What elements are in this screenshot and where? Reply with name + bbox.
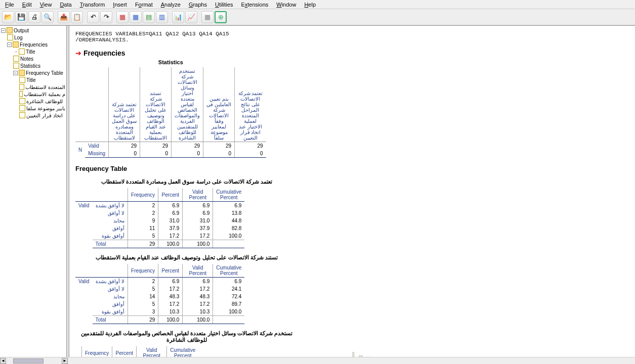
save-button[interactable]: 💾	[15, 11, 27, 23]
freq-table-1-title: تعتمد شركة الاتصالات على دراسة سوق العمل…	[75, 178, 298, 185]
menu-utilities[interactable]: Utilities	[211, 1, 237, 9]
menu-help[interactable]: Help	[300, 1, 320, 9]
chart2-button[interactable]: 📈	[185, 11, 197, 23]
collapse-icon[interactable]: −	[13, 71, 18, 75]
output-icon	[7, 27, 13, 33]
collapse-icon[interactable]: −	[1, 28, 6, 33]
row-n: N	[75, 142, 85, 158]
frequencies-title: Frequencies	[83, 49, 125, 57]
arrow-icon: →	[13, 49, 18, 54]
statistics-icon	[13, 63, 19, 69]
outline-item-5[interactable]: اتخاذ قرار التعيين	[1, 112, 65, 119]
menu-transform[interactable]: Transform	[76, 1, 109, 9]
folder-icon	[13, 41, 19, 48]
outline-frequency-table[interactable]: −Frequency Table	[1, 69, 65, 76]
col-header: تستند شركة الاتصالات على تحليل وتوصيف ال…	[140, 67, 172, 142]
menu-window[interactable]: Window	[272, 1, 300, 9]
variables-button[interactable]: ▤	[143, 11, 155, 23]
table-icon	[19, 105, 25, 111]
undo-button[interactable]: ↶	[87, 11, 99, 23]
menu-graphs[interactable]: Graphs	[185, 1, 211, 9]
redo-button[interactable]: ↷	[100, 11, 112, 23]
row-valid: Valid	[85, 142, 108, 150]
toolbar: 📂 💾 🖨 🔍 📤 📋 ↶ ↷ ▦ ▦ ▤ ▥ 📊 📈 ▦ ⊕	[0, 9, 635, 25]
section-frequencies: ➔Frequencies	[75, 49, 630, 57]
preview-button[interactable]: 🔍	[41, 11, 54, 23]
frequency-table-title: Frequency Table	[75, 165, 630, 172]
scroll-thumb[interactable]	[13, 358, 44, 363]
menu-edit[interactable]: Edit	[18, 1, 36, 9]
notes-icon	[13, 56, 19, 62]
outline-title[interactable]: →Title	[1, 48, 65, 55]
outline-item-3[interactable]: للوظائف الشاغرة	[1, 98, 65, 105]
outline-frequencies[interactable]: −Frequencies	[1, 41, 65, 48]
select-cases-button[interactable]: ▥	[156, 11, 168, 23]
table-icon	[19, 112, 25, 118]
outline-item-4[interactable]: بابير موضوعة سلفا	[1, 105, 65, 112]
statistics-table: Statistics تعتمد شركة الاتصالات على دراس…	[75, 57, 266, 158]
horizontal-scrollbar[interactable]: ◄ ►	[0, 357, 635, 364]
arrow-icon: ➔	[75, 49, 81, 57]
outline-item-2[interactable]: م بعملية الاستقطاب	[1, 90, 65, 98]
collapse-icon[interactable]: −	[7, 42, 12, 47]
print-button[interactable]: 🖨	[28, 11, 40, 23]
folder-icon	[19, 70, 25, 76]
output-viewer[interactable]: FREQUENCIES VARIABLES=QA11 QA12 QA13 QA1…	[69, 26, 635, 357]
recall-button[interactable]: 📋	[71, 11, 83, 23]
freq-table-2-title: تستند شركة الاتصالات على تحليل وتوصيف ال…	[75, 254, 298, 261]
col-header: يتم تعيين العاملين في شركة الاتصالات وفق…	[203, 67, 235, 142]
outline-log[interactable]: Log	[1, 34, 65, 41]
goto-data-button[interactable]: ▦	[116, 11, 129, 23]
syntax-block: FREQUENCIES VARIABLES=QA11 QA12 QA13 QA1…	[75, 31, 630, 43]
table-icon	[19, 98, 25, 104]
outline-output[interactable]: −Output	[1, 27, 65, 34]
menu-insert[interactable]: Insert	[109, 1, 131, 9]
chart-button[interactable]: 📊	[172, 11, 184, 23]
export-button[interactable]: 📤	[58, 11, 70, 23]
col-header: تستخدم شركة الاتصالات وسائل اختيار متعدد…	[172, 67, 203, 142]
title-icon	[19, 77, 25, 83]
menu-data[interactable]: Data	[56, 1, 75, 9]
outline-notes[interactable]: Notes	[1, 55, 65, 62]
menu-extensions[interactable]: Extensions	[237, 1, 272, 9]
freq-table-1: تعتمد شركة الاتصالات على دراسة سوق العمل…	[75, 178, 630, 248]
scroll-left-icon[interactable]: ◄	[0, 358, 6, 364]
outline-statistics[interactable]: Statistics	[1, 62, 65, 69]
statistics-caption: Statistics	[75, 57, 266, 67]
freq-table-2: تستند شركة الاتصالات على تحليل وتوصيف ال…	[75, 254, 630, 324]
col-header: تعتمد شركة الاتصالات على دراسة سوق العمل…	[109, 67, 140, 142]
table-icon	[19, 91, 23, 97]
menu-analyze[interactable]: Analyze	[157, 1, 185, 9]
menu-format[interactable]: Format	[131, 1, 157, 9]
row-missing: Missing	[85, 150, 108, 158]
open-button[interactable]: 📂	[2, 11, 14, 23]
col-header: تعتمد شركة الاتصالات على نتائج المراحل ا…	[235, 67, 266, 142]
outline-panel: −Output Log −Frequencies →Title Notes St…	[0, 26, 67, 357]
designate-window-button[interactable]: ⊕	[215, 11, 227, 23]
menu-view[interactable]: View	[36, 1, 56, 9]
log-icon	[7, 34, 13, 40]
scroll-right-icon[interactable]: ►	[62, 358, 68, 364]
freq-table-3-title: تستخدم شركة الاتصالات وسائل اختيار متعدد…	[75, 330, 298, 343]
weight-button[interactable]: ▦	[201, 11, 214, 23]
goto-case-button[interactable]: ▦	[130, 11, 142, 23]
freq-table-3: تستخدم شركة الاتصالات وسائل اختيار متعدد…	[75, 330, 630, 357]
outline-item-1[interactable]: المتعددة لاستقطاب	[1, 83, 65, 90]
menu-bar: FFileile Edit View Data Transform Insert…	[0, 0, 635, 9]
table-icon	[19, 84, 24, 90]
outline-ft-title[interactable]: Title	[1, 76, 65, 83]
menu-file[interactable]: FFileile	[1, 1, 18, 9]
title-icon	[19, 49, 25, 55]
